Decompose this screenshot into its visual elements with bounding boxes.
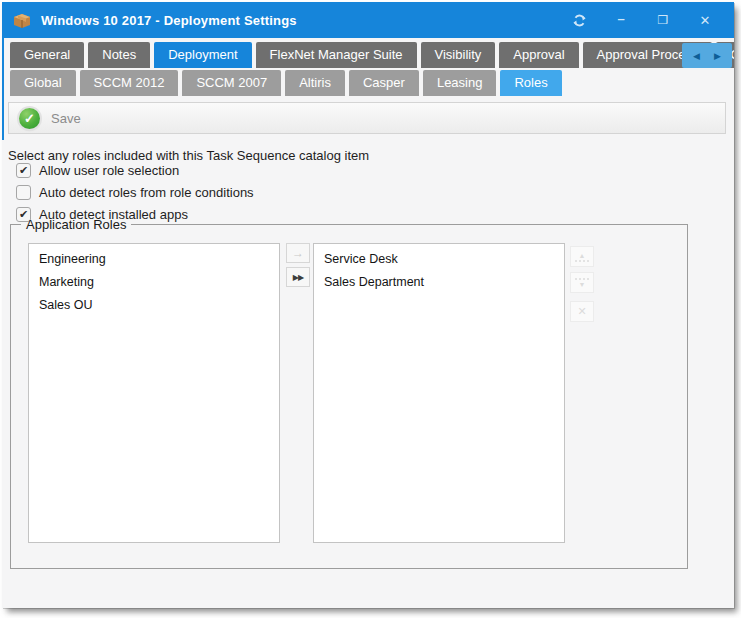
tab-global[interactable]: Global bbox=[10, 70, 76, 96]
secondary-tab-row: Global SCCM 2012 SCCM 2007 Altiris Caspe… bbox=[2, 70, 734, 96]
tab-scroll-control: ◀ ▶ bbox=[682, 43, 732, 68]
instruction-text: Select any roles included with this Task… bbox=[8, 148, 369, 163]
tab-scroll-right-icon[interactable]: ▶ bbox=[714, 51, 721, 61]
save-check-icon: ✓ bbox=[19, 108, 40, 129]
toolbar: ✓ Save bbox=[8, 102, 726, 134]
list-item[interactable]: Service Desk bbox=[314, 244, 564, 267]
list-item[interactable]: Sales OU bbox=[29, 290, 279, 313]
arrow-up-icon: ▲ bbox=[579, 252, 586, 259]
screenshot-stage: Windows 10 2017 - Deployment Settings – … bbox=[0, 0, 741, 618]
tab-casper[interactable]: Casper bbox=[349, 70, 419, 96]
tab-flexnet-manager-suite[interactable]: FlexNet Manager Suite bbox=[256, 42, 417, 68]
list-item[interactable]: Marketing bbox=[29, 267, 279, 290]
assigned-roles-listbox[interactable]: Service Desk Sales Department bbox=[313, 243, 565, 543]
close-icon[interactable]: ✕ bbox=[696, 11, 714, 29]
checkbox-allow-user-role-selection[interactable]: ✔ Allow user role selection bbox=[16, 163, 179, 178]
tab-sccm-2007[interactable]: SCCM 2007 bbox=[182, 70, 281, 96]
package-icon bbox=[12, 11, 32, 29]
arrow-down-icon: ▼ bbox=[579, 281, 586, 288]
tab-approval[interactable]: Approval bbox=[499, 42, 578, 68]
deployment-settings-window: Windows 10 2017 - Deployment Settings – … bbox=[2, 2, 734, 608]
checkbox-label: Auto detect roles from role conditions bbox=[39, 185, 254, 200]
arrow-right-icon: → bbox=[292, 246, 304, 260]
tab-general[interactable]: General bbox=[10, 42, 84, 68]
tab-visibility[interactable]: Visibility bbox=[421, 42, 496, 68]
checkbox-icon[interactable]: ✔ bbox=[16, 163, 31, 178]
application-roles-legend: Application Roles bbox=[21, 217, 131, 232]
available-roles-listbox[interactable]: Engineering Marketing Sales OU bbox=[28, 243, 280, 543]
tab-altiris[interactable]: Altiris bbox=[285, 70, 345, 96]
tab-roles[interactable]: Roles bbox=[500, 70, 561, 96]
save-button-label: Save bbox=[51, 111, 81, 126]
tab-sccm-2012[interactable]: SCCM 2012 bbox=[80, 70, 179, 96]
move-right-button[interactable]: → bbox=[286, 243, 310, 263]
tab-notes[interactable]: Notes bbox=[88, 42, 150, 68]
tab-deployment[interactable]: Deployment bbox=[154, 42, 251, 68]
tab-scroll-left-icon[interactable]: ◀ bbox=[693, 51, 700, 61]
titlebar-buttons: – ❒ ✕ bbox=[570, 11, 724, 29]
tab-leasing[interactable]: Leasing bbox=[423, 70, 497, 96]
window-title: Windows 10 2017 - Deployment Settings bbox=[41, 13, 297, 28]
dotted-line bbox=[575, 278, 589, 280]
dotted-line bbox=[575, 260, 589, 262]
primary-tab-row: General Notes Deployment FlexNet Manager… bbox=[2, 42, 734, 68]
x-icon: ✕ bbox=[577, 305, 586, 318]
maximize-icon[interactable]: ❒ bbox=[654, 11, 672, 29]
checkbox-icon[interactable] bbox=[16, 185, 31, 200]
minimize-icon[interactable]: – bbox=[612, 9, 630, 27]
double-arrow-right-icon: ▶▶ bbox=[293, 273, 303, 282]
checkbox-label: Allow user role selection bbox=[39, 163, 179, 178]
move-all-right-button[interactable]: ▶▶ bbox=[286, 267, 310, 287]
checkbox-auto-detect-roles-from-role-conditions[interactable]: Auto detect roles from role conditions bbox=[16, 185, 254, 200]
remove-role-button[interactable]: ✕ bbox=[570, 301, 594, 322]
move-up-button[interactable]: ▲ bbox=[570, 246, 594, 267]
refresh-icon[interactable] bbox=[570, 11, 588, 29]
titlebar[interactable]: Windows 10 2017 - Deployment Settings – … bbox=[2, 2, 734, 38]
save-button[interactable]: ✓ Save bbox=[17, 106, 89, 131]
move-down-button[interactable]: ▼ bbox=[570, 272, 594, 293]
list-item[interactable]: Engineering bbox=[29, 244, 279, 267]
list-item[interactable]: Sales Department bbox=[314, 267, 564, 290]
